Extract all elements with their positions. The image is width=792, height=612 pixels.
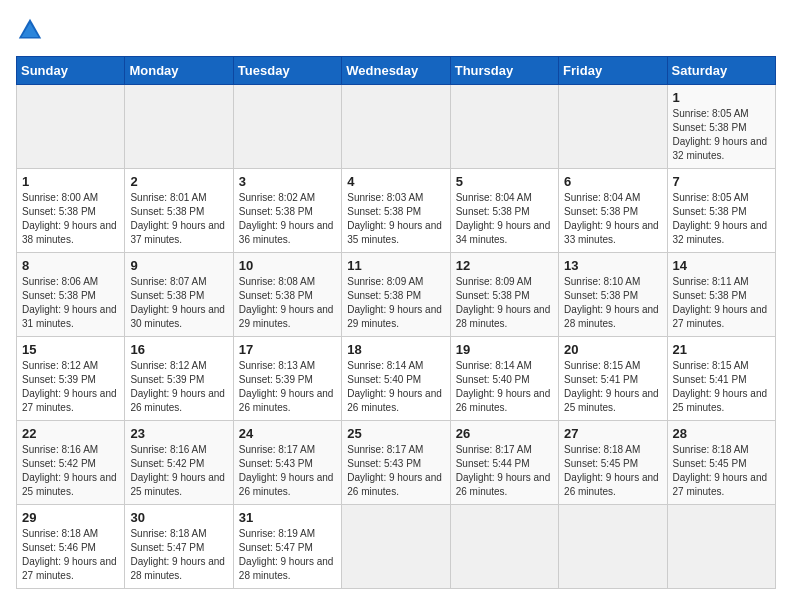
calendar-cell [342,505,450,589]
calendar-week-6: 29 Sunrise: 8:18 AMSunset: 5:46 PMDaylig… [17,505,776,589]
calendar-table: SundayMondayTuesdayWednesdayThursdayFrid… [16,56,776,589]
logo [16,16,48,44]
calendar-cell: 3 Sunrise: 8:02 AMSunset: 5:38 PMDayligh… [233,169,341,253]
day-number: 10 [239,258,336,273]
calendar-week-1: 1 Sunrise: 8:05 AMSunset: 5:38 PMDayligh… [17,85,776,169]
col-header-monday: Monday [125,57,233,85]
day-number: 28 [673,426,770,441]
day-number: 19 [456,342,553,357]
day-number: 29 [22,510,119,525]
day-info: Sunrise: 8:17 AMSunset: 5:44 PMDaylight:… [456,444,551,497]
calendar-cell: 10 Sunrise: 8:08 AMSunset: 5:38 PMDaylig… [233,253,341,337]
calendar-cell: 14 Sunrise: 8:11 AMSunset: 5:38 PMDaylig… [667,253,775,337]
day-info: Sunrise: 8:13 AMSunset: 5:39 PMDaylight:… [239,360,334,413]
day-number: 22 [22,426,119,441]
day-info: Sunrise: 8:18 AMSunset: 5:45 PMDaylight:… [564,444,659,497]
day-number: 24 [239,426,336,441]
day-info: Sunrise: 8:05 AMSunset: 5:38 PMDaylight:… [673,192,768,245]
day-number: 11 [347,258,444,273]
day-number: 3 [239,174,336,189]
day-number: 7 [673,174,770,189]
day-info: Sunrise: 8:09 AMSunset: 5:38 PMDaylight:… [347,276,442,329]
calendar-cell: 24 Sunrise: 8:17 AMSunset: 5:43 PMDaylig… [233,421,341,505]
day-number: 27 [564,426,661,441]
calendar-cell: 16 Sunrise: 8:12 AMSunset: 5:39 PMDaylig… [125,337,233,421]
calendar-week-4: 15 Sunrise: 8:12 AMSunset: 5:39 PMDaylig… [17,337,776,421]
day-number: 21 [673,342,770,357]
calendar-cell [667,505,775,589]
calendar-cell [125,85,233,169]
day-number: 25 [347,426,444,441]
day-info: Sunrise: 8:18 AMSunset: 5:47 PMDaylight:… [130,528,225,581]
calendar-cell: 23 Sunrise: 8:16 AMSunset: 5:42 PMDaylig… [125,421,233,505]
day-number: 12 [456,258,553,273]
day-info: Sunrise: 8:10 AMSunset: 5:38 PMDaylight:… [564,276,659,329]
day-number: 20 [564,342,661,357]
day-number: 2 [130,174,227,189]
calendar-cell: 5 Sunrise: 8:04 AMSunset: 5:38 PMDayligh… [450,169,558,253]
day-info: Sunrise: 8:08 AMSunset: 5:38 PMDaylight:… [239,276,334,329]
calendar-cell: 17 Sunrise: 8:13 AMSunset: 5:39 PMDaylig… [233,337,341,421]
calendar-cell [450,85,558,169]
day-number: 23 [130,426,227,441]
logo-icon [16,16,44,44]
day-info: Sunrise: 8:06 AMSunset: 5:38 PMDaylight:… [22,276,117,329]
day-info: Sunrise: 8:15 AMSunset: 5:41 PMDaylight:… [564,360,659,413]
col-header-thursday: Thursday [450,57,558,85]
day-info: Sunrise: 8:18 AMSunset: 5:45 PMDaylight:… [673,444,768,497]
day-info: Sunrise: 8:15 AMSunset: 5:41 PMDaylight:… [673,360,768,413]
day-number: 4 [347,174,444,189]
calendar-cell [559,505,667,589]
day-info: Sunrise: 8:18 AMSunset: 5:46 PMDaylight:… [22,528,117,581]
day-info: Sunrise: 8:04 AMSunset: 5:38 PMDaylight:… [564,192,659,245]
calendar-cell: 19 Sunrise: 8:14 AMSunset: 5:40 PMDaylig… [450,337,558,421]
day-number: 17 [239,342,336,357]
calendar-week-3: 8 Sunrise: 8:06 AMSunset: 5:38 PMDayligh… [17,253,776,337]
day-number: 9 [130,258,227,273]
day-info: Sunrise: 8:12 AMSunset: 5:39 PMDaylight:… [130,360,225,413]
calendar-cell [17,85,125,169]
calendar-cell: 31 Sunrise: 8:19 AMSunset: 5:47 PMDaylig… [233,505,341,589]
day-number: 16 [130,342,227,357]
calendar-week-5: 22 Sunrise: 8:16 AMSunset: 5:42 PMDaylig… [17,421,776,505]
day-info: Sunrise: 8:17 AMSunset: 5:43 PMDaylight:… [239,444,334,497]
calendar-cell: 1 Sunrise: 8:05 AMSunset: 5:38 PMDayligh… [667,85,775,169]
day-info: Sunrise: 8:03 AMSunset: 5:38 PMDaylight:… [347,192,442,245]
calendar-cell [450,505,558,589]
col-header-friday: Friday [559,57,667,85]
calendar-cell: 27 Sunrise: 8:18 AMSunset: 5:45 PMDaylig… [559,421,667,505]
calendar-cell: 4 Sunrise: 8:03 AMSunset: 5:38 PMDayligh… [342,169,450,253]
calendar-cell: 13 Sunrise: 8:10 AMSunset: 5:38 PMDaylig… [559,253,667,337]
day-number: 13 [564,258,661,273]
calendar-cell: 7 Sunrise: 8:05 AMSunset: 5:38 PMDayligh… [667,169,775,253]
calendar-cell [233,85,341,169]
calendar-cell: 8 Sunrise: 8:06 AMSunset: 5:38 PMDayligh… [17,253,125,337]
calendar-cell: 12 Sunrise: 8:09 AMSunset: 5:38 PMDaylig… [450,253,558,337]
calendar-cell: 25 Sunrise: 8:17 AMSunset: 5:43 PMDaylig… [342,421,450,505]
day-info: Sunrise: 8:14 AMSunset: 5:40 PMDaylight:… [347,360,442,413]
day-number: 14 [673,258,770,273]
calendar-cell: 6 Sunrise: 8:04 AMSunset: 5:38 PMDayligh… [559,169,667,253]
day-info: Sunrise: 8:02 AMSunset: 5:38 PMDaylight:… [239,192,334,245]
calendar-cell: 20 Sunrise: 8:15 AMSunset: 5:41 PMDaylig… [559,337,667,421]
calendar-cell: 28 Sunrise: 8:18 AMSunset: 5:45 PMDaylig… [667,421,775,505]
page-header [16,16,776,44]
calendar-cell: 26 Sunrise: 8:17 AMSunset: 5:44 PMDaylig… [450,421,558,505]
day-number: 31 [239,510,336,525]
day-info: Sunrise: 8:00 AMSunset: 5:38 PMDaylight:… [22,192,117,245]
calendar-week-2: 1 Sunrise: 8:00 AMSunset: 5:38 PMDayligh… [17,169,776,253]
col-header-tuesday: Tuesday [233,57,341,85]
day-number: 8 [22,258,119,273]
day-info: Sunrise: 8:19 AMSunset: 5:47 PMDaylight:… [239,528,334,581]
col-header-saturday: Saturday [667,57,775,85]
day-info: Sunrise: 8:05 AMSunset: 5:38 PMDaylight:… [673,108,768,161]
day-info: Sunrise: 8:01 AMSunset: 5:38 PMDaylight:… [130,192,225,245]
day-info: Sunrise: 8:04 AMSunset: 5:38 PMDaylight:… [456,192,551,245]
calendar-cell [559,85,667,169]
day-number: 1 [673,90,770,105]
calendar-cell: 29 Sunrise: 8:18 AMSunset: 5:46 PMDaylig… [17,505,125,589]
calendar-cell: 11 Sunrise: 8:09 AMSunset: 5:38 PMDaylig… [342,253,450,337]
day-info: Sunrise: 8:16 AMSunset: 5:42 PMDaylight:… [130,444,225,497]
day-number: 5 [456,174,553,189]
calendar-cell: 1 Sunrise: 8:00 AMSunset: 5:38 PMDayligh… [17,169,125,253]
